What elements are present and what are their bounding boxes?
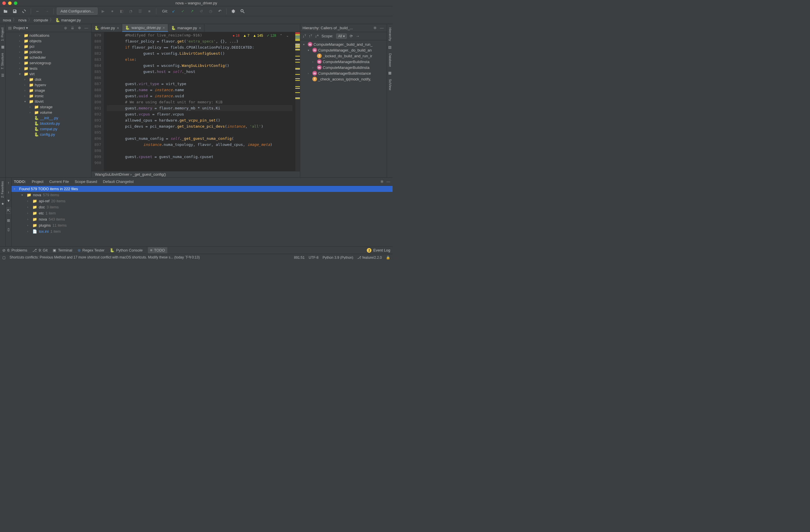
tree-item[interactable]: ›📁pci (6, 44, 91, 49)
settings-icon[interactable]: ✻ (380, 179, 384, 184)
close-tab-icon[interactable]: × (117, 26, 119, 30)
tree-item[interactable]: ›📁servicegroup (6, 60, 91, 66)
regex-tab[interactable]: ⊛Regex Tester (78, 248, 104, 253)
chevron-icon[interactable]: › (19, 61, 22, 65)
tree-item[interactable]: 🐍blockinfo.py (6, 121, 91, 126)
chevron-icon[interactable]: ▾ (14, 187, 17, 191)
caller-icon[interactable]: ↑ᵀ (309, 34, 312, 38)
hide-icon[interactable]: — (387, 179, 390, 184)
stop-icon[interactable]: ■ (146, 7, 153, 15)
chevron-icon[interactable]: ▾ (24, 100, 28, 103)
tree-item[interactable]: ›📁policies (6, 49, 91, 55)
interpreter[interactable]: Python 3.9 (Python) (323, 256, 353, 260)
chevron-icon[interactable]: › (19, 45, 22, 48)
tree-item[interactable]: ›📁tests (6, 66, 91, 71)
editor-inspection-widget[interactable]: ● 18 ▲ 7 ▲ 145 ✓ 128 ⌃ ⌄ (230, 33, 292, 38)
git-rollback-icon[interactable]: ◷ (207, 7, 214, 15)
scope-dropdown[interactable]: All ▾ (336, 34, 347, 39)
tree-item[interactable]: ›📁image (6, 88, 91, 93)
hierarchy-tool-tab[interactable]: Hierarchy (387, 25, 392, 44)
favorites-tool-tab[interactable]: 2: Favorites (0, 179, 5, 200)
hierarchy-item[interactable]: f_check_access_ip(mock_notify, (300, 76, 387, 82)
chevron-icon[interactable]: › (24, 78, 28, 81)
sync-icon[interactable] (20, 7, 28, 15)
todo-tree-item[interactable]: ›📁nova 543 items (12, 216, 392, 222)
editor-tab[interactable]: 🐍manager.py× (168, 24, 205, 32)
git-tab[interactable]: ⎇9: Git (32, 248, 47, 253)
breadcrumb-item[interactable]: nova (3, 18, 11, 22)
autoscroll-to-source-icon[interactable]: ⇱ (6, 208, 11, 214)
prev-icon[interactable]: ↑ (7, 181, 10, 185)
tree-item[interactable]: ›📁objects (6, 38, 91, 44)
event-log-button[interactable]: 2 Event Log (367, 248, 390, 253)
chevron-icon[interactable]: › (27, 230, 31, 233)
sciview-tool-tab[interactable]: SciView (387, 77, 392, 93)
group-by-icon[interactable]: ⊞ (7, 218, 10, 223)
maximize-window-button[interactable] (14, 1, 17, 5)
todo-tree-item[interactable]: ›📁etc 1 item (12, 210, 392, 216)
hierarchy-item[interactable]: ›mComputeManagerBuildInsta (300, 65, 387, 70)
git-branch[interactable]: ⎇ feature/2.2.0 (357, 256, 382, 260)
sort-icon[interactable]: ↓ᴬ (315, 34, 319, 38)
chevron-icon[interactable]: › (19, 34, 22, 37)
line-gutter[interactable]: 8798808818828838848858868878888898908918… (92, 32, 104, 171)
todo-tree-item[interactable]: ›📄tox.ini 1 item (12, 228, 392, 235)
hierarchy-item[interactable]: f_locked_do_build_and_run_ir (300, 53, 387, 59)
todo-tree-item[interactable]: ▾📁nova 579 items (12, 192, 392, 198)
chevron-icon[interactable]: › (19, 67, 22, 70)
ok-badge[interactable]: ✓ 128 (266, 34, 276, 38)
callee-icon[interactable]: ↓ᵀ (303, 34, 306, 38)
chevron-icon[interactable]: › (27, 212, 31, 215)
favorites-star-icon[interactable]: ★ (0, 200, 5, 208)
git-history-icon[interactable]: ↺ (197, 7, 205, 15)
hide-icon[interactable]: — (84, 26, 89, 30)
filter-icon[interactable]: ▼ (7, 198, 11, 203)
open-icon[interactable] (2, 7, 9, 15)
caret-position[interactable]: 891:51 (294, 256, 305, 260)
status-message[interactable]: Shortcuts conflicts: Previous Method and… (10, 255, 290, 259)
chevron-icon[interactable]: › (27, 206, 31, 209)
editor-breadcrumb[interactable]: WangSuLibvirtDriver › _get_guest_config(… (92, 171, 300, 177)
todo-summary-row[interactable]: ▾Found 579 TODO items in 222 files (12, 186, 392, 192)
warning-badge[interactable]: ▲ 145 (253, 34, 263, 38)
chevron-icon[interactable]: › (312, 66, 316, 69)
tree-item[interactable]: ›📁storage (6, 104, 91, 110)
todo-tree-item[interactable]: ›📁doc 3 items (12, 204, 392, 210)
refresh-icon[interactable]: ⟳ (350, 34, 353, 38)
project-tree[interactable]: ›📁notifications›📁objects›📁pci›📁policies›… (6, 32, 91, 177)
tree-item[interactable]: ›📁disk (6, 77, 91, 82)
tree-item[interactable]: ›📁volume (6, 110, 91, 115)
chevron-icon[interactable]: › (19, 39, 22, 43)
coverage-icon[interactable]: ◧ (118, 7, 125, 15)
save-icon[interactable] (11, 7, 18, 15)
todo-tab-project[interactable]: Project (32, 178, 44, 185)
hide-icon[interactable]: — (379, 26, 385, 30)
database-tool-icon[interactable]: ▤ (387, 44, 392, 51)
chevron-icon[interactable]: › (27, 217, 31, 221)
error-stripe[interactable] (295, 32, 300, 171)
project-tool-tab[interactable]: 1: Project (0, 25, 5, 43)
close-tab-icon[interactable]: × (163, 26, 165, 30)
project-tool-icon[interactable]: ▦ (0, 43, 5, 51)
project-panel-title[interactable]: Project ▾ (13, 26, 61, 30)
chevron-icon[interactable]: ▾ (21, 193, 25, 196)
python-console-tab[interactable]: 🐍Python Console (110, 248, 143, 253)
next-icon[interactable]: ↓ (7, 190, 10, 194)
todo-tree[interactable]: ▾Found 579 TODO items in 222 files▾📁nova… (12, 186, 392, 246)
autoscroll-icon[interactable]: → (356, 34, 359, 38)
todo-tab-scope[interactable]: Scope Based (75, 178, 97, 185)
tree-item[interactable]: ▾📁virt (6, 71, 91, 77)
chevron-icon[interactable]: › (24, 94, 28, 98)
run-icon[interactable]: ▶ (99, 7, 107, 15)
settings-icon[interactable]: ✻ (77, 26, 82, 30)
ide-settings-icon[interactable] (230, 7, 237, 15)
todo-tree-item[interactable]: ›📁plugins 11 items (12, 222, 392, 228)
tree-item[interactable]: ›📁scheduler (6, 55, 91, 60)
structure-tool-tab[interactable]: 7: Structure (0, 51, 5, 72)
concurrency-icon[interactable]: ☰ (136, 7, 144, 15)
chevron-icon[interactable]: › (27, 224, 31, 227)
hierarchy-tree[interactable]: ▾mComputeManager._build_and_run_▾mComput… (300, 40, 387, 177)
chevron-icon[interactable]: › (27, 199, 31, 203)
forward-icon[interactable]: → (43, 7, 51, 15)
nav-down-icon[interactable]: ⌄ (286, 34, 289, 38)
